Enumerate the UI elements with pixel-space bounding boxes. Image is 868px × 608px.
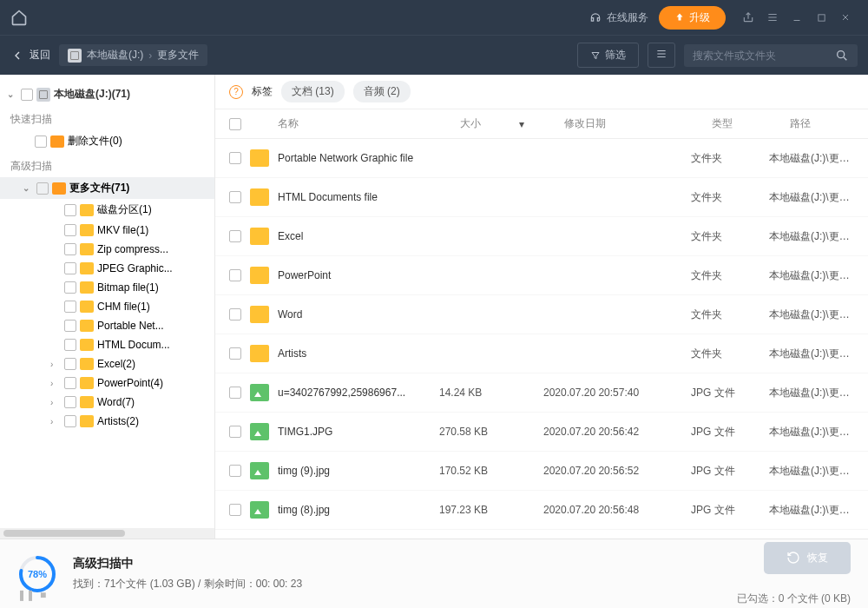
table-row[interactable]: Artists文件夹本地磁盘(J:)\更多文... [215,334,868,373]
checkbox[interactable] [229,465,241,477]
checkbox[interactable] [229,191,241,203]
tree-child[interactable]: JPEG Graphic... [0,259,214,278]
tag-documents[interactable]: 文档 (13) [281,81,345,102]
col-type[interactable]: 类型 [712,116,781,131]
chevron-right-icon[interactable]: › [50,398,61,407]
upgrade-button[interactable]: 升级 [659,6,726,30]
tree-deleted[interactable]: 删除文件(0) [0,130,214,152]
checkbox[interactable] [64,204,76,216]
checkbox[interactable] [64,377,76,389]
tree-child[interactable]: ›Excel(2) [0,354,214,373]
main: ⌄ 本地磁盘(J:)(71) 快速扫描 删除文件(0) 高级扫描 ⌄ 更多文件(… [0,75,868,539]
image-icon [250,384,269,401]
checkbox[interactable] [229,387,241,399]
table-row[interactable]: PowerPoint文件夹本地磁盘(J:)\更多文... [215,256,868,295]
tree-child[interactable]: ›PowerPoint(4) [0,373,214,393]
cell-size: 197.23 KB [439,504,535,516]
online-service[interactable]: 在线服务 [589,10,648,25]
checkbox[interactable] [64,262,76,274]
checkbox[interactable] [229,269,241,281]
checkbox[interactable] [36,182,49,195]
checkbox[interactable] [64,339,76,351]
home-icon[interactable] [10,9,28,26]
breadcrumb[interactable]: 本地磁盘(J:) › 更多文件 [59,44,207,66]
checkbox[interactable] [35,135,47,148]
cell-path: 本地磁盘(J:)\更多文... [769,307,854,322]
checkbox[interactable] [64,281,76,294]
tree-child[interactable]: Bitmap file(1) [0,278,214,297]
col-date[interactable]: 修改日期 [564,116,703,131]
cell-name: TIMG1.JPG [278,426,431,438]
checkbox[interactable] [229,347,241,360]
table-row[interactable]: u=3402767992,25986967...14.24 KB2020.07.… [215,373,868,413]
table-row[interactable]: timg (8).jpg197.23 KB2020.07.20 20:56:48… [215,491,868,530]
table-row[interactable]: HTML Documents file文件夹本地磁盘(J:)\更多文... [215,178,868,217]
sidebar-scrollbar[interactable] [0,528,214,539]
checkbox[interactable] [64,320,76,332]
tree-root[interactable]: ⌄ 本地磁盘(J:)(71) [0,83,214,105]
cell-path: 本地磁盘(J:)\更多文... [769,347,854,361]
cell-type: 文件夹 [691,190,760,205]
menu-icon[interactable] [760,5,785,30]
restore-icon [786,551,800,565]
checkbox[interactable] [64,301,76,313]
share-icon[interactable] [736,5,760,30]
checkbox[interactable] [21,89,33,101]
checkbox[interactable] [229,308,241,321]
col-path[interactable]: 路径 [790,116,854,131]
tag-audio[interactable]: 音频 (2) [353,81,411,102]
chevron-down-icon[interactable]: ⌄ [7,89,17,99]
folder-icon [80,224,94,236]
help-icon[interactable]: ? [229,85,243,99]
table-row[interactable]: Portable Network Graphic file文件夹本地磁盘(J:)… [215,139,868,178]
cell-date: 2020.07.20 20:56:52 [543,465,682,477]
col-name[interactable]: 名称 [278,116,451,131]
chevron-down-icon[interactable]: ⌄ [23,183,33,193]
checkbox[interactable] [64,243,76,255]
checkbox[interactable] [64,224,76,236]
media-controls[interactable]: ❚❚■ [17,589,46,601]
cell-date: 2020.07.20 20:56:42 [543,426,682,438]
filter-button[interactable]: 筛选 [577,43,639,68]
checkbox[interactable] [229,426,241,438]
tree-child[interactable]: 磁盘分区(1) [0,199,214,221]
disk-icon [36,88,50,102]
tree-more-files[interactable]: ⌄ 更多文件(71) [0,177,214,199]
cell-name: PowerPoint [278,269,431,281]
tree-label: Portable Net... [97,320,164,332]
checkbox[interactable] [229,152,241,164]
folder-icon [80,204,94,216]
tree-child[interactable]: ›Word(7) [0,393,214,412]
minimize-icon[interactable] [785,5,809,30]
view-list-button[interactable] [648,43,675,68]
tree-label: Excel(2) [97,358,135,370]
recover-button[interactable]: 恢复 [764,542,851,574]
search-box[interactable] [684,44,858,67]
checkbox-all[interactable] [229,118,241,130]
tree-child[interactable]: MKV file(1) [0,221,214,240]
checkbox[interactable] [64,415,76,427]
checkbox[interactable] [64,396,76,408]
chevron-right-icon[interactable]: › [50,417,61,426]
back-button[interactable]: 返回 [10,48,50,63]
col-size[interactable]: 大小▾ [460,116,556,131]
tree-child[interactable]: ›Artists(2) [0,412,214,431]
chevron-right-icon[interactable]: › [50,379,61,388]
tree-child[interactable]: CHM file(1) [0,297,214,316]
tree-child[interactable]: Zip compress... [0,240,214,259]
checkbox[interactable] [229,504,241,516]
checkbox[interactable] [229,230,241,242]
table-row[interactable]: TIMG1.JPG270.58 KB2020.07.20 20:56:42JPG… [215,413,868,452]
close-icon[interactable] [833,5,858,30]
tree-child[interactable]: Portable Net... [0,316,214,335]
checkbox[interactable] [64,358,76,370]
table-row[interactable]: timg (9).jpg170.52 KB2020.07.20 20:56:52… [215,452,868,491]
cell-type: JPG 文件 [691,503,760,518]
search-input[interactable] [693,50,828,62]
search-icon[interactable] [835,49,849,63]
chevron-right-icon[interactable]: › [50,360,61,369]
table-row[interactable]: Word文件夹本地磁盘(J:)\更多文... [215,295,868,334]
tree-child[interactable]: HTML Docum... [0,335,214,354]
table-row[interactable]: Excel文件夹本地磁盘(J:)\更多文... [215,217,868,256]
maximize-icon[interactable] [809,5,833,30]
